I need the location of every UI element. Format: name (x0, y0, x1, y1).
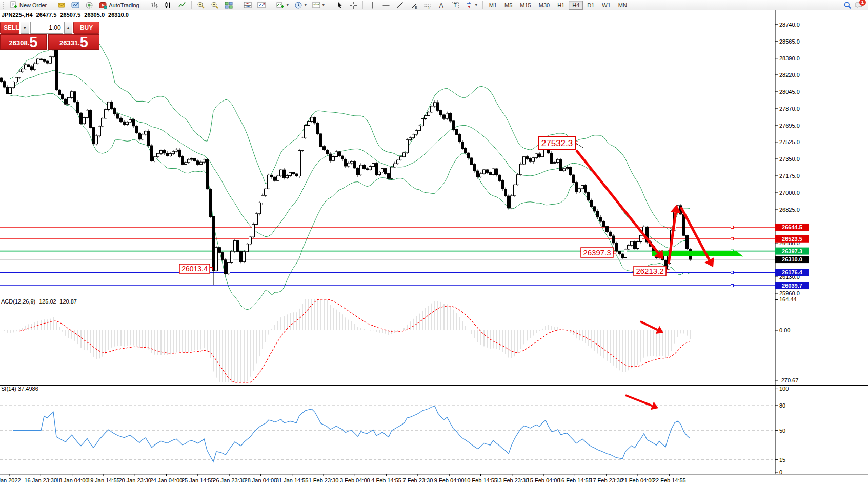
new-order-label: New Order (19, 2, 47, 8)
svg-text:28220.0: 28220.0 (779, 72, 800, 78)
svg-text:26039.7: 26039.7 (782, 282, 802, 289)
cursor-tool-button[interactable] (333, 1, 346, 10)
candlestick-chart-icon (164, 1, 172, 9)
arrows-tool-icon (465, 1, 473, 9)
horizontal-line-tool-button[interactable] (379, 1, 393, 10)
separator (362, 1, 363, 9)
add-indicator-button[interactable]: ▾ (274, 1, 291, 10)
symbol-period: JPN225-,H4 (2, 12, 33, 18)
arrows-tool-button[interactable]: ▾ (462, 1, 480, 10)
svg-text:28390.0: 28390.0 (779, 55, 800, 62)
timeframe-h1[interactable]: H1 (554, 1, 568, 10)
sell-price-display[interactable]: 26308. 5 (0, 34, 47, 50)
volume-input[interactable] (30, 22, 63, 34)
search-button[interactable] (841, 1, 854, 10)
svg-text:28 Jan 04:00: 28 Jan 04:00 (245, 477, 277, 483)
separator (52, 1, 52, 9)
text-tool-button[interactable]: A (435, 1, 448, 10)
candlestick-chart-button[interactable] (162, 1, 175, 10)
line-handle[interactable] (731, 226, 734, 228)
line-handle[interactable] (731, 237, 734, 240)
channel-tool-button[interactable]: E (407, 1, 420, 10)
timeframe-m15[interactable]: M15 (516, 1, 534, 10)
svg-text:25 Jan 14:55: 25 Jan 14:55 (181, 477, 214, 483)
svg-text:26 Jan 23:30: 26 Jan 23:30 (213, 477, 246, 483)
line-handle[interactable] (731, 271, 734, 274)
svg-text:13 Feb 23:30: 13 Feb 23:30 (495, 477, 529, 483)
label-tool-icon: T (451, 1, 459, 9)
svg-text:26013.4: 26013.4 (181, 265, 208, 273)
svg-text:-270.67: -270.67 (779, 377, 798, 383)
line-chart-button[interactable] (175, 1, 189, 10)
one-click-trading-panel: SELL ▼ ▲ BUY 26308. 5 26331. 5 (0, 22, 99, 50)
svg-text:27870.0: 27870.0 (779, 106, 800, 112)
svg-text:28740.0: 28740.0 (779, 22, 800, 28)
volume-decrease-button[interactable]: ▼ (21, 22, 29, 34)
template-icon (312, 1, 320, 9)
timeframe-h4[interactable]: H4 (569, 1, 583, 10)
svg-text:T: T (454, 3, 457, 8)
timeframe-m1[interactable]: M1 (486, 1, 500, 10)
template-button[interactable]: ▾ (310, 1, 327, 10)
quote-close: 26310.0 (108, 12, 129, 18)
clock-icon (294, 1, 302, 9)
timeframe-d1[interactable]: D1 (583, 1, 598, 10)
quote-high: 26507.5 (60, 12, 80, 18)
horizontal-line-icon (382, 1, 390, 9)
line-handle[interactable] (731, 285, 734, 287)
label-tool-button[interactable]: T (449, 1, 462, 10)
chart-surface[interactable]: 27532.326397.326213.226013.428740.028565… (0, 10, 868, 485)
chart-background (0, 10, 868, 485)
timeframe-w1[interactable]: W1 (598, 1, 614, 10)
svg-text:26397.3: 26397.3 (782, 248, 802, 254)
bar-chart-button[interactable] (148, 1, 161, 10)
dropdown-caret: ▾ (322, 3, 325, 7)
terminal-button[interactable] (69, 1, 82, 10)
fibonacci-tool-button[interactable]: F (421, 1, 434, 10)
buy-button[interactable]: BUY (73, 22, 99, 34)
timeframe-mn[interactable]: MN (615, 1, 631, 10)
buy-price-display[interactable]: 26331. 5 (48, 34, 99, 50)
dropdown-caret: ▾ (475, 3, 477, 7)
metaeditor-button[interactable] (55, 1, 68, 10)
indicator-arrow-button[interactable] (255, 1, 268, 10)
svg-text:18 Jan 04:00: 18 Jan 04:00 (56, 477, 89, 483)
metaeditor-icon (57, 1, 66, 9)
timeframe-m5[interactable]: M5 (501, 1, 516, 10)
indicator-window-button[interactable] (241, 1, 254, 10)
svg-text:26176.4: 26176.4 (782, 269, 803, 275)
svg-text:20 Jan 23:30: 20 Jan 23:30 (118, 477, 151, 483)
strategy-tester-button[interactable] (83, 1, 96, 10)
trendline-tool-button[interactable] (393, 1, 407, 10)
zoom-in-button[interactable] (194, 1, 208, 10)
support-zone-bar[interactable] (652, 251, 743, 257)
svg-text:A: A (439, 2, 443, 9)
svg-text:4 Feb 14:55: 4 Feb 14:55 (371, 477, 401, 483)
svg-text:80: 80 (779, 402, 785, 409)
volume-increase-button[interactable]: ▲ (64, 22, 73, 34)
vertical-line-tool-button[interactable] (366, 1, 379, 10)
svg-text:26213.2: 26213.2 (636, 267, 663, 275)
svg-text:27175.0: 27175.0 (779, 173, 800, 179)
tile-windows-button[interactable] (222, 1, 235, 10)
svg-text:27525.0: 27525.0 (779, 139, 800, 145)
autotrading-label: AutoTrading (109, 2, 139, 8)
new-order-button[interactable]: New Order (7, 1, 49, 10)
zoom-out-button[interactable] (208, 1, 221, 10)
indicator-window-icon (244, 1, 252, 9)
svg-text:50: 50 (779, 428, 785, 434)
svg-text:27000.0: 27000.0 (779, 190, 800, 196)
timeframe-m30[interactable]: M30 (535, 1, 553, 10)
autotrading-button[interactable]: AutoTrading (96, 1, 142, 10)
svg-text:164.44: 164.44 (779, 296, 797, 302)
toolbar-grip (3, 2, 5, 9)
strategy-tester-icon (85, 1, 93, 9)
search-icon (843, 1, 852, 9)
period-button[interactable]: ▾ (292, 1, 309, 10)
separator (330, 1, 330, 9)
svg-text:100: 100 (779, 386, 789, 392)
notifications[interactable]: 1 (855, 1, 863, 9)
sell-button[interactable]: SELL (0, 22, 19, 34)
crosshair-tool-button[interactable] (347, 1, 360, 10)
svg-text:26644.5: 26644.5 (782, 224, 802, 230)
